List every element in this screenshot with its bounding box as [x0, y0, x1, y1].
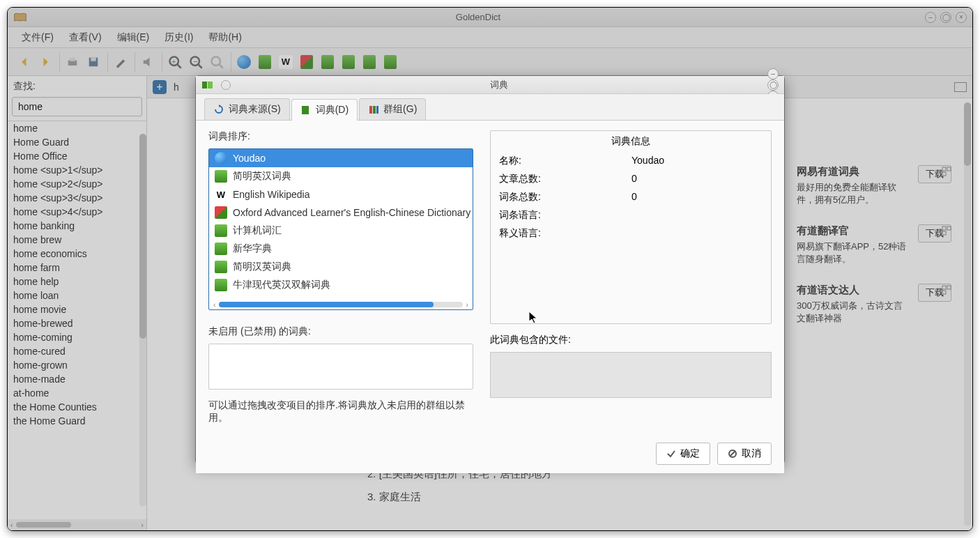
source-book5-button[interactable] — [381, 52, 400, 72]
result-item[interactable]: home-coming — [8, 330, 138, 344]
zoom-in-button[interactable]: + — [165, 52, 185, 72]
source-oxford-button[interactable] — [297, 52, 316, 72]
cancel-button[interactable]: 取消 — [717, 443, 772, 465]
dictionary-name: 新华字典 — [233, 243, 272, 255]
result-item[interactable]: home movie — [8, 302, 138, 316]
book-icon — [215, 243, 227, 255]
minimize-button[interactable]: – — [925, 12, 936, 23]
qr-icon — [942, 285, 951, 295]
dictionary-row[interactable]: 牛津现代英汉双解词典 — [209, 276, 473, 294]
menu-view[interactable]: 查看(V) — [62, 29, 109, 47]
promo-card: 有道翻译官 网易旗下翻译APP，52种语言随身翻译。 下载 — [797, 224, 951, 266]
result-item[interactable]: home brew — [8, 233, 138, 247]
dictionary-row[interactable]: 新华字典 — [209, 240, 473, 258]
result-item[interactable]: home banking — [8, 219, 138, 233]
print-button[interactable] — [63, 52, 82, 72]
back-button[interactable] — [15, 52, 34, 72]
qr-icon — [942, 226, 951, 236]
save-button[interactable] — [84, 52, 103, 72]
menu-edit[interactable]: 编辑(E) — [110, 29, 157, 47]
content-scrollbar[interactable] — [964, 102, 971, 526]
dictionary-name: 计算机词汇 — [233, 224, 282, 237]
search-input[interactable] — [12, 97, 142, 116]
definition-3: 3. 家庭生活 — [367, 491, 961, 504]
result-item[interactable]: home farm — [8, 261, 138, 275]
dictionary-row[interactable]: 简明汉英词典 — [209, 258, 473, 276]
results-scrollbar[interactable] — [139, 134, 146, 507]
result-item[interactable]: home-made — [8, 372, 138, 386]
book-icon — [215, 279, 227, 291]
svg-rect-16 — [947, 226, 951, 230]
source-wiki-button[interactable]: W — [276, 52, 296, 72]
result-item[interactable]: at-home — [8, 386, 138, 400]
promo-title: 有道翻译官 — [797, 224, 911, 238]
result-item[interactable]: home help — [8, 275, 138, 289]
result-item[interactable]: home <sup>1</sup> — [8, 163, 138, 177]
menubar: 文件(F) 查看(V) 编辑(E) 历史(I) 帮助(H) — [8, 27, 972, 48]
zoom-out-button[interactable]: − — [186, 52, 206, 72]
source-book2-button[interactable] — [318, 52, 337, 72]
dictionary-row[interactable]: Oxford Advanced Learner's English-Chines… — [209, 203, 473, 222]
source-book3-button[interactable] — [339, 52, 358, 72]
results-hscroll-left[interactable]: ‹ — [10, 521, 13, 529]
result-item[interactable]: home <sup>3</sup> — [8, 191, 138, 205]
tab-current[interactable]: h — [171, 80, 182, 94]
qr-icon — [942, 167, 951, 176]
results-hscroll-right[interactable]: › — [141, 521, 144, 529]
source-book1-button[interactable] — [255, 52, 275, 72]
tab-sources[interactable]: 词典来源(S) — [204, 98, 290, 120]
dictionary-name: English Wikipedia — [233, 189, 310, 200]
svg-rect-13 — [947, 167, 951, 171]
dictlist-hscroll[interactable] — [219, 302, 464, 307]
ok-button[interactable]: 确定 — [656, 443, 710, 465]
result-item[interactable]: home-grown — [8, 358, 138, 372]
result-item[interactable]: home loan — [8, 289, 138, 302]
new-tab-button[interactable]: + — [153, 80, 167, 94]
dictionary-row[interactable]: 计算机词汇 — [209, 222, 473, 240]
menu-help[interactable]: 帮助(H) — [201, 29, 248, 47]
result-item[interactable]: Home Office — [8, 149, 138, 163]
dialog-maximize-button[interactable]: ◯ — [767, 79, 779, 91]
close-button[interactable]: × — [956, 12, 967, 23]
dictionary-row[interactable]: WEnglish Wikipedia — [209, 185, 473, 203]
disabled-listbox[interactable] — [208, 344, 473, 390]
dialog-minimize-button[interactable]: – — [767, 68, 779, 79]
svg-rect-26 — [376, 106, 378, 114]
result-item[interactable]: the Home Counties — [8, 400, 138, 414]
dictionary-row[interactable]: 简明英汉词典 — [209, 167, 473, 185]
files-listbox[interactable] — [490, 352, 772, 398]
sound-button[interactable] — [138, 52, 158, 72]
result-item[interactable]: the Home Guard — [8, 414, 138, 428]
result-item[interactable]: home — [8, 121, 138, 135]
dialog-extra-icon — [221, 80, 231, 90]
hint-text: 可以通过拖拽改变项目的排序.将词典放入未启用的群组以禁用。 — [208, 399, 473, 424]
dictlist-hscroll-right[interactable]: › — [466, 300, 468, 309]
tab-groups[interactable]: 群组(G) — [359, 98, 426, 120]
tab-dictionaries[interactable]: 词典(D) — [291, 99, 358, 121]
info-frame-title: 词典信息 — [491, 131, 771, 152]
zoom-reset-button[interactable] — [207, 52, 227, 72]
menu-file[interactable]: 文件(F) — [15, 29, 61, 47]
pen-button[interactable] — [111, 52, 130, 72]
source-globe-button[interactable] — [234, 52, 254, 72]
dictionary-row[interactable]: Youdao — [209, 149, 473, 167]
result-item[interactable]: home <sup>2</sup> — [8, 177, 138, 191]
panel-toggle-button[interactable] — [954, 82, 967, 92]
result-item[interactable]: home-brewed — [8, 316, 138, 330]
forward-button[interactable] — [36, 52, 55, 72]
results-hscroll[interactable] — [16, 522, 139, 528]
menu-history[interactable]: 历史(I) — [158, 29, 200, 47]
promo-desc: 网易旗下翻译APP，52种语言随身翻译。 — [797, 240, 911, 266]
promo-desc: 最好用的免费全能翻译软件，拥有5亿用户。 — [797, 181, 911, 206]
dictionaries-dialog: 词典 – ◯ × 词典来源(S) 词典(D) 群组(G) 词典排序: Youda… — [195, 75, 785, 464]
result-item[interactable]: home economics — [8, 247, 138, 261]
result-item[interactable]: home <sup>4</sup> — [8, 205, 138, 219]
dictionary-listbox[interactable]: Youdao简明英汉词典WEnglish WikipediaOxford Adv… — [208, 148, 473, 310]
source-book4-button[interactable] — [360, 52, 379, 72]
result-item[interactable]: home-cured — [8, 344, 138, 358]
dictlist-hscroll-left[interactable]: ‹ — [213, 300, 216, 309]
dictionary-name: Oxford Advanced Learner's English-Chines… — [233, 207, 473, 218]
svg-rect-23 — [302, 106, 309, 114]
maximize-button[interactable]: ◯ — [940, 12, 951, 23]
result-item[interactable]: Home Guard — [8, 135, 138, 149]
